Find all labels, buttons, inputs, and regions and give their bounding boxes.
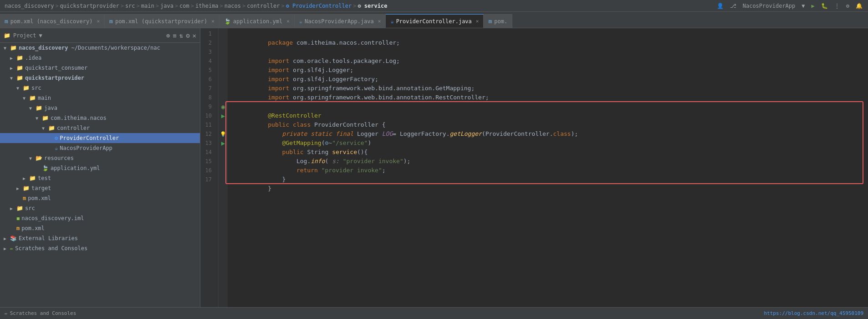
chevron-right-icon: ▶ bbox=[16, 186, 23, 191]
tree-item-provider[interactable]: ▼ 📁 quickstartprovider bbox=[0, 73, 200, 83]
close-tab-icon[interactable]: ✕ bbox=[286, 18, 290, 24]
close-tab-icon[interactable]: ✕ bbox=[476, 18, 479, 24]
gutter-row-10[interactable]: ▶ bbox=[219, 111, 228, 120]
run-dropdown-icon[interactable]: ▼ bbox=[802, 3, 805, 9]
tree-label: NacosProviderApp bbox=[60, 145, 112, 151]
close-sidebar-icon[interactable]: ✕ bbox=[193, 32, 196, 39]
vcs-icon[interactable]: 👤 bbox=[717, 3, 724, 9]
breadcrumb-item[interactable]: nacos_discovery bbox=[5, 3, 54, 9]
tree-label: test bbox=[38, 175, 51, 181]
tree-item-pom-provider[interactable]: m pom.xml bbox=[0, 193, 200, 203]
java-provider-icon: ⚙ bbox=[55, 135, 58, 141]
chevron-right-icon: ▶ bbox=[10, 56, 16, 61]
tree-item-nacos-discovery[interactable]: ▼ 📁 nacos_discovery ~/Documents/workersp… bbox=[0, 43, 200, 53]
close-tab-icon[interactable]: ✕ bbox=[97, 18, 100, 24]
tree-item-iml[interactable]: ◼ nacos_discovery.iml bbox=[0, 213, 200, 223]
tab-pom-quick[interactable]: m pom.xml (quickstartprovider) ✕ bbox=[105, 14, 220, 28]
tree-item-src2[interactable]: ▶ 📁 src bbox=[0, 203, 200, 213]
tree-item-pom-root[interactable]: m pom.xml bbox=[0, 223, 200, 233]
line-num-4: 4 bbox=[200, 57, 214, 66]
branch-icon[interactable]: ⎇ bbox=[730, 3, 736, 9]
tab-app-yml[interactable]: 🍃 application.yml ✕ bbox=[220, 14, 295, 28]
tree-item-java[interactable]: ▼ 📁 java bbox=[0, 103, 200, 113]
tab-pom-extra[interactable]: m pom. bbox=[484, 14, 512, 28]
main-layout: 📁 Project ▼ ⊕ ≡ ⇅ ⚙ ✕ ▼ 📁 nacos_discover… bbox=[0, 28, 868, 307]
breadcrumb-item[interactable]: com bbox=[179, 3, 189, 9]
tree-item-test[interactable]: ▶ 📁 test bbox=[0, 173, 200, 183]
scratches-icon: ✏ bbox=[10, 245, 13, 252]
target-folder-icon: 📁 bbox=[23, 185, 30, 191]
tree-item-src[interactable]: ▼ 📁 src bbox=[0, 83, 200, 93]
close-tab-icon[interactable]: ✕ bbox=[378, 18, 381, 24]
more-button[interactable]: ⋮ bbox=[834, 3, 840, 9]
tree-item-consumer[interactable]: ▶ 📁 quickstart_consumer bbox=[0, 63, 200, 73]
tree-item-provider-controller[interactable]: ⚙ ProviderController bbox=[0, 133, 200, 143]
run-button[interactable]: ▶ bbox=[812, 3, 815, 9]
chevron-right-icon: ▶ bbox=[23, 176, 29, 181]
scratches-and-consoles[interactable]: ✏ Scratches and Consoles bbox=[5, 310, 76, 316]
line-num-11: 11 bbox=[200, 120, 214, 129]
breadcrumb-item[interactable]: java bbox=[160, 3, 174, 9]
tree-label: main bbox=[38, 95, 51, 101]
settings-icon[interactable]: ⚙ bbox=[186, 32, 189, 39]
chevron-down-icon: ▼ bbox=[10, 76, 16, 81]
breadcrumb-bar: nacos_discovery > quickstartprovider > s… bbox=[0, 0, 868, 12]
code-line-11: private static final Logger LOG= LoggerF… bbox=[232, 120, 868, 129]
collapse-icon[interactable]: ≡ bbox=[173, 32, 176, 39]
tree-item-idea[interactable]: ▶ 📁 .idea bbox=[0, 53, 200, 63]
gutter-row-17 bbox=[219, 175, 228, 184]
tree-item-target[interactable]: ▶ 📁 target bbox=[0, 183, 200, 193]
tree-item-com-nacos[interactable]: ▼ 📁 com.itheima.nacos bbox=[0, 113, 200, 123]
tree-item-resources[interactable]: ▼ 📂 resources bbox=[0, 153, 200, 163]
locate-icon[interactable]: ⊕ bbox=[166, 32, 170, 39]
tab-label: application.yml bbox=[233, 18, 282, 25]
breadcrumb-item[interactable]: main bbox=[141, 3, 154, 9]
breadcrumb-item[interactable]: itheima bbox=[195, 3, 219, 9]
breadcrumb-item-service[interactable]: ⚙ service bbox=[357, 3, 387, 9]
code-line-10: public class ProviderController { bbox=[232, 111, 868, 120]
line-num-10: 10 bbox=[200, 111, 214, 120]
notif-icon[interactable]: 🔔 bbox=[856, 3, 863, 9]
breadcrumb-item[interactable]: ⚙ ProviderController bbox=[286, 3, 352, 9]
tree-item-main[interactable]: ▼ 📁 main bbox=[0, 93, 200, 103]
tree-label: ProviderController bbox=[60, 135, 119, 141]
tree-item-external-libs[interactable]: ▶ 📚 External Libraries bbox=[0, 233, 200, 243]
folder-icon: 📁 bbox=[10, 45, 17, 51]
breadcrumb-sep: > bbox=[55, 3, 58, 9]
gutter-row-8 bbox=[219, 93, 228, 102]
breadcrumb-item[interactable]: nacos bbox=[225, 3, 241, 9]
sidebar: 📁 Project ▼ ⊕ ≡ ⇅ ⚙ ✕ ▼ 📁 nacos_discover… bbox=[0, 28, 200, 307]
pom-icon: m bbox=[5, 18, 8, 25]
tree-item-nacos-provider-app[interactable]: ☕ NacosProviderApp bbox=[0, 143, 200, 153]
breadcrumb-item[interactable]: quickstartprovider bbox=[60, 3, 119, 9]
code-line-7: import org.springframework.web.bind.anno… bbox=[232, 84, 868, 93]
editor-area[interactable]: 1 2 3 4 5 6 7 8 9 10 11 12 13 14 15 16 1… bbox=[200, 28, 868, 307]
tab-nacos-app[interactable]: ☕ NacosProviderApp.java ✕ bbox=[295, 14, 386, 28]
dropdown-icon[interactable]: ▼ bbox=[39, 32, 42, 39]
tree-item-controller[interactable]: ▼ 📁 controller bbox=[0, 123, 200, 133]
code-line-2 bbox=[232, 38, 868, 47]
nacos-app-label: NacosProviderApp bbox=[743, 3, 796, 9]
breadcrumb-sep: > bbox=[220, 3, 223, 9]
debug-button[interactable]: 🐛 bbox=[821, 3, 828, 9]
scratches-label: Scratches and Consoles bbox=[10, 310, 77, 316]
breadcrumb-item[interactable]: src bbox=[125, 3, 135, 9]
settings-icon[interactable]: ⚙ bbox=[846, 3, 849, 9]
code-container: 1 2 3 4 5 6 7 8 9 10 11 12 13 14 15 16 1… bbox=[200, 28, 868, 307]
code-lines[interactable]: package com.itheima.nacos.controller; im… bbox=[228, 28, 868, 307]
sort-icon[interactable]: ⇅ bbox=[179, 32, 183, 39]
tab-provider-ctrl[interactable]: ☕ ProviderController.java ✕ bbox=[386, 14, 484, 28]
url-label[interactable]: https://blog.csdn.net/qq_45950109 bbox=[764, 310, 863, 316]
tree-item-scratches[interactable]: ▶ ✏ Scratches and Consoles bbox=[0, 243, 200, 253]
tabs-bar: m pom.xml (nacos_discovery) ✕ m pom.xml … bbox=[0, 12, 868, 28]
tree-label: quickstartprovider bbox=[25, 75, 84, 81]
line-num-14: 14 bbox=[200, 148, 214, 157]
tab-pom-nacos[interactable]: m pom.xml (nacos_discovery) ✕ bbox=[0, 14, 105, 28]
gutter-row-13[interactable]: ▶ bbox=[219, 139, 228, 148]
breadcrumb-item[interactable]: controller bbox=[247, 3, 280, 9]
folder-icon: 📁 bbox=[16, 205, 23, 211]
close-tab-icon[interactable]: ✕ bbox=[211, 18, 214, 24]
tab-label: pom.xml (nacos_discovery) bbox=[10, 18, 93, 25]
tree-item-application-yml[interactable]: 🍃 application.yml bbox=[0, 163, 200, 173]
folder-icon: 📁 bbox=[16, 65, 23, 71]
